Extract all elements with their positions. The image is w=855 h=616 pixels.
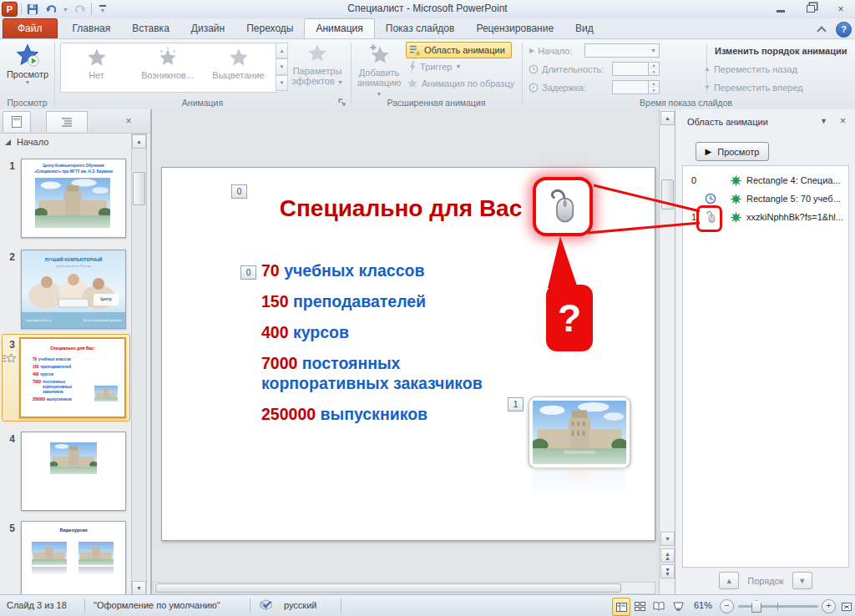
bullet-item: 250000 выпускников	[261, 404, 512, 424]
start-dropdown[interactable]: ▼	[584, 43, 660, 58]
slide-animation-indicator-icon	[3, 353, 16, 364]
duration-row: Длительность:	[529, 62, 604, 76]
trigger-button[interactable]: Триггер▼	[408, 59, 461, 73]
thumb5-title: Видеоуроки	[22, 528, 125, 533]
move-later-icon: ▼	[704, 84, 711, 90]
slide-number-2: 2	[2, 251, 15, 263]
outline-tab[interactable]	[46, 111, 88, 132]
order-up-button[interactable]: ▲	[719, 572, 739, 589]
zoom-level[interactable]: 61%	[694, 600, 712, 610]
preview-button[interactable]: Просмотр ▼	[1, 43, 54, 85]
thumb1-title-line2: «Специалист» при МГТУ им. Н.Э. Баумана	[22, 169, 125, 174]
status-separator	[341, 598, 341, 613]
start-icon: ▶	[529, 48, 534, 53]
delay-spin-buttons[interactable]: ▲▼	[648, 81, 659, 93]
editor-horizontal-scrollbar[interactable]	[153, 582, 655, 594]
tab-design[interactable]: Дизайн	[180, 19, 235, 38]
animation-painter-star-icon	[407, 78, 418, 89]
sidebar-scrollbar[interactable]: ▲ ▼	[131, 134, 147, 594]
sidebar-close-icon[interactable]: ×	[120, 114, 137, 129]
slide-thumbnail-2[interactable]: ЛУЧШИЙ КОМПЬЮТЕРНЫЙ учебный центр России…	[21, 250, 126, 329]
horizontal-scroll-handle[interactable]	[155, 583, 621, 593]
tab-file[interactable]: Файл	[3, 18, 58, 38]
add-animation-button[interactable]: Добавитьанимацию ▼	[354, 43, 404, 98]
slide-counter[interactable]: Слайд 3 из 18	[7, 600, 67, 610]
thumb2-subtitle: учебный центр России	[22, 264, 125, 268]
move-earlier-button[interactable]: ▲ Переместить назад	[704, 62, 797, 76]
pane-menu-icon[interactable]: ▼	[820, 117, 827, 125]
zoom-slider-track[interactable]	[738, 605, 818, 608]
zoom-in-icon[interactable]: +	[822, 599, 836, 613]
language-indicator[interactable]: русский	[284, 600, 316, 610]
restore-button[interactable]	[802, 3, 820, 15]
bullet-item: 150 преподавателей	[261, 291, 512, 311]
editor-scroll-handle[interactable]	[661, 179, 674, 210]
gallery-item-appear[interactable]: Возникнов...	[132, 43, 203, 92]
delay-spinner[interactable]: ▲▼	[612, 80, 660, 94]
tab-review[interactable]: Рецензирование	[465, 19, 564, 38]
fit-to-window-icon[interactable]	[838, 598, 855, 615]
gallery-item-fade[interactable]: Выцветание	[203, 43, 274, 92]
animation-pane: Область анимации ▼ × ▶ Просмотр 0 Rectan…	[675, 109, 855, 594]
section-header[interactable]: Начало	[5, 137, 48, 147]
entrance-star-icon	[730, 193, 746, 205]
gallery-item-none[interactable]: Нет	[61, 43, 132, 92]
minimize-ribbon-icon[interactable]	[814, 24, 829, 36]
spellcheck-icon[interactable]	[259, 598, 273, 613]
tab-view[interactable]: Вид	[564, 19, 605, 38]
tab-insert[interactable]: Вставка	[121, 19, 180, 38]
slide-thumbnail-3[interactable]: Специально для Вас: 70учебных классов 15…	[19, 337, 126, 418]
effect-options-button[interactable]: Параметрыэффектов ▼	[291, 43, 343, 86]
duration-spinner[interactable]: ▲▼	[612, 62, 660, 76]
gallery-more-icon[interactable]: ▼	[276, 75, 288, 91]
tab-animations[interactable]: Анимация	[304, 18, 374, 38]
theme-name[interactable]: "Оформление по умолчанию"	[94, 600, 220, 610]
bullet-item: 400 курсов	[261, 322, 512, 342]
duration-spin-buttons[interactable]: ▲▼	[648, 63, 659, 75]
normal-view-button[interactable]	[612, 598, 630, 616]
reading-view-button[interactable]	[650, 598, 667, 614]
slide-thumbnail-1[interactable]: Центр Компьютерного Обучения «Специалист…	[21, 159, 126, 238]
slide-image[interactable]	[529, 396, 630, 468]
animation-painter-button[interactable]: Анимация по образцу	[407, 76, 514, 90]
group-label-advanced-animation: Расширенная анимация	[351, 98, 522, 108]
gallery-scroll-down-icon[interactable]: ▼	[276, 58, 288, 74]
slideshow-view-button[interactable]	[670, 598, 686, 614]
section-expand-icon	[5, 139, 11, 145]
minimize-button[interactable]	[772, 3, 790, 15]
pane-close-icon[interactable]: ×	[840, 115, 846, 127]
pane-play-button[interactable]: ▶ Просмотр	[696, 142, 769, 161]
previous-slide-icon[interactable]: ▲▲	[660, 548, 675, 563]
sidebar-tabs: ×	[0, 109, 150, 134]
order-down-button[interactable]: ▼	[792, 572, 812, 589]
thumb3-building-photo	[94, 386, 118, 401]
move-later-button[interactable]: ▼ Переместить вперед	[704, 80, 803, 94]
help-icon[interactable]: ?	[836, 22, 852, 38]
delay-clock-icon	[529, 83, 539, 93]
slide-body-text[interactable]: 70 учебных классов 150 преподавателей 40…	[261, 260, 512, 435]
gallery-scroll-up-icon[interactable]: ▲	[276, 43, 288, 58]
sidebar-scroll-up-icon[interactable]: ▲	[132, 134, 146, 149]
editor-vertical-scrollbar[interactable]: ▲ ▼ ▲▲ ▼▼	[659, 109, 675, 594]
slides-tab[interactable]	[3, 111, 31, 132]
thumb2-title: ЛУЧШИЙ КОМПЬЮТЕРНЫЙ	[22, 257, 125, 262]
animation-pane-button[interactable]: Область анимации	[406, 42, 512, 58]
tab-transitions[interactable]: Переходы	[235, 19, 304, 38]
slide-thumbnail-5[interactable]: Видеоуроки	[21, 521, 126, 594]
slide-sorter-view-button[interactable]	[631, 598, 648, 614]
dialog-launcher-icon[interactable]	[338, 98, 347, 108]
zoom-out-icon[interactable]: −	[720, 599, 734, 613]
animation-badge-image[interactable]: 1	[508, 397, 524, 412]
editor-scroll-down-icon[interactable]: ▼	[660, 532, 675, 546]
animation-badge-body[interactable]: 0	[240, 265, 256, 280]
tab-home[interactable]: Главная	[62, 19, 122, 38]
sidebar-scroll-down-icon[interactable]: ▼	[132, 581, 146, 594]
editor-scroll-up-icon[interactable]: ▲	[660, 111, 675, 125]
close-button[interactable]: ×	[832, 3, 850, 15]
animation-item-1[interactable]: 0 Rectangle 4: Специа...	[683, 171, 848, 189]
tab-slideshow[interactable]: Показ слайдов	[375, 19, 466, 38]
zoom-slider-handle[interactable]	[751, 600, 761, 613]
sidebar-scroll-handle[interactable]	[133, 172, 145, 205]
next-slide-icon[interactable]: ▼▼	[660, 564, 675, 578]
slide-thumbnail-4[interactable]	[21, 432, 126, 511]
